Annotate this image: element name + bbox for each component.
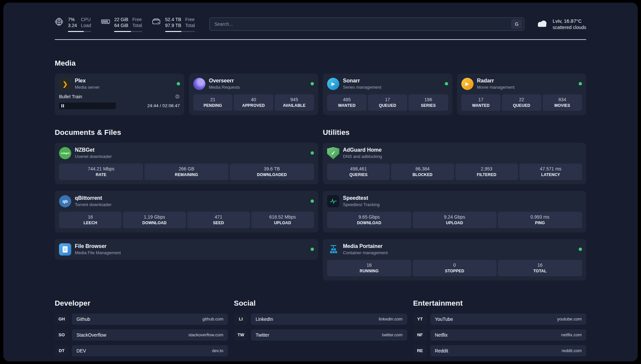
- link-row-youtube[interactable]: YT YouTube youtube.com: [413, 314, 586, 325]
- pause-icon[interactable]: [61, 104, 64, 107]
- stat-value: 196: [410, 97, 447, 102]
- app-subtitle: Container management: [343, 250, 388, 255]
- ram-icon: [101, 17, 110, 26]
- app-card-plex[interactable]: ❯ Plex Media server Bullet Train ⚙: [55, 74, 184, 115]
- stat-label: UPLOAD: [414, 221, 495, 225]
- stat-label: DOWNLOAD: [124, 221, 184, 225]
- stat-tile: 945 AVAILABLE: [275, 94, 314, 111]
- ram-labels: Free Total: [132, 16, 142, 29]
- stats-row: 498,461 QUERIES 86,384 BLOCKED 2,953 FIL…: [327, 164, 582, 180]
- stat-label: STOPPED: [414, 269, 495, 273]
- app-card-portainer[interactable]: Media Portainer Container management 16 …: [323, 239, 586, 281]
- stat-value: 17: [369, 97, 406, 102]
- stat-value: 266 GB: [146, 166, 227, 171]
- app-subtitle: Movie management: [477, 85, 515, 90]
- app-card-adguard[interactable]: ✓ AdGuard Home DNS and adblocking 498,46…: [323, 143, 586, 184]
- gear-icon[interactable]: ⚙: [175, 94, 180, 100]
- link-row-twitter[interactable]: TW Twitter twitter.com: [234, 329, 407, 341]
- app-card-radarr[interactable]: ▶ Radarr Movie management 17 WANTED 22 Q…: [457, 74, 587, 115]
- app-title: NZBGet: [75, 147, 112, 153]
- link-abbr: SO: [55, 329, 69, 341]
- ram-values: 22 GiB 64 GiB: [114, 16, 128, 29]
- nzbget-icon: nzbget: [59, 147, 71, 159]
- playback-time: 24:44 / 02:06:47: [147, 103, 180, 108]
- link-row-stackoverflow[interactable]: SO StackOverflow stackoverflow.com: [55, 329, 228, 341]
- topbar-divider: [55, 39, 586, 40]
- stats-row: 16 LEECH 1.19 Gbps DOWNLOAD 471 SEED 6: [59, 212, 314, 228]
- disk-free: 52.4 TB: [165, 16, 181, 22]
- link-url: dev.to: [212, 348, 223, 353]
- stat-value: 21: [195, 97, 231, 102]
- playback-progress-bar[interactable]: [59, 103, 116, 109]
- app-title: qBittorrent: [75, 195, 111, 201]
- ram-progress-bar: [114, 31, 142, 32]
- stat-label: WANTED: [463, 103, 500, 108]
- app-card-nzbget[interactable]: nzbget NZBGet Usenet downloader 744.21 M…: [55, 143, 318, 184]
- stat-tile: 21 PENDING: [193, 94, 233, 111]
- stats-row: 17 WANTED 22 QUEUED 834 MOVIES: [461, 94, 582, 111]
- stat-value: 39.6 TB: [231, 166, 313, 171]
- cloud-icon: [535, 19, 549, 29]
- stat-tile: 485 WANTED: [327, 94, 367, 111]
- cpu-usage: 7%: [68, 16, 77, 22]
- cpu-metric: 7% 3.24 CPU Load: [55, 16, 91, 32]
- stat-label: AVAILABLE: [276, 103, 313, 108]
- app-title: Radarr: [477, 78, 515, 84]
- link-name: StackOverflow: [76, 332, 106, 338]
- stat-tile: 1.19 Gbps DOWNLOAD: [123, 212, 186, 228]
- stat-value: 618.52 Mbps: [253, 214, 313, 220]
- app-title: Sonarr: [343, 78, 381, 84]
- stat-tile: 16 LEECH: [59, 212, 122, 228]
- stats-row: 485 WANTED 17 QUEUED 196 SERIES: [327, 94, 448, 111]
- stat-tile: 498,461 QUERIES: [327, 164, 390, 180]
- stat-tile: 0.993 ms PING: [498, 212, 582, 228]
- ram-metric: 22 GiB 64 GiB Free Total: [101, 16, 142, 32]
- section-heading-documents: Documents & Files: [55, 128, 318, 137]
- stat-label: SERIES: [410, 103, 447, 108]
- stat-value: 0: [414, 262, 495, 268]
- app-card-overseerr[interactable]: Overseerr Media Requests 21 PENDING 40 A…: [189, 74, 319, 115]
- app-subtitle: Media server: [75, 85, 100, 90]
- stat-tile: 744.21 Mbps RATE: [59, 164, 143, 180]
- stat-value: 945: [276, 97, 313, 102]
- link-row-reddit[interactable]: RE Reddit reddit.com: [413, 345, 586, 356]
- link-row-netflix[interactable]: NF Netflix netflix.com: [413, 329, 586, 341]
- disk-icon: [152, 17, 161, 26]
- stat-value: 22: [503, 97, 540, 102]
- search-input[interactable]: [214, 21, 511, 27]
- link-name: YouTube: [435, 317, 453, 322]
- link-abbr: LI: [234, 314, 248, 325]
- section-heading-social: Social: [234, 299, 407, 308]
- app-subtitle: Usenet downloader: [75, 154, 112, 159]
- disk-label-top: Free: [185, 16, 195, 22]
- link-url: stackoverflow.com: [188, 332, 223, 337]
- filebrowser-icon: [59, 243, 71, 256]
- weather-condition: scattered clouds: [553, 24, 586, 31]
- cpu-chip-icon: [55, 17, 64, 26]
- link-row-github[interactable]: GH Github github.com: [55, 314, 228, 325]
- stats-row: 9.65 Gbps DOWNLOAD 9.24 Gbps UPLOAD 0.99…: [327, 212, 582, 228]
- app-card-speedtest[interactable]: Speedtest Speedtest Tracking 9.65 Gbps D…: [323, 191, 586, 232]
- link-abbr: NF: [413, 329, 427, 341]
- link-row-linkedin[interactable]: LI LinkedIn linkedin.com: [234, 314, 407, 325]
- app-title: Plex: [75, 78, 100, 84]
- status-dot: [311, 82, 314, 85]
- portainer-icon: [327, 243, 339, 256]
- link-abbr: GH: [55, 314, 69, 325]
- section-heading-developer: Developer: [55, 299, 228, 308]
- search-engine-button[interactable]: G: [511, 19, 522, 29]
- stat-tile: 17 WANTED: [461, 94, 501, 111]
- app-card-sonarr[interactable]: ▶ Sonarr Series management 485 WANTED 17…: [323, 74, 452, 115]
- app-card-filebrowser[interactable]: File Browser Media File Management: [55, 239, 318, 260]
- link-url: linkedin.com: [379, 317, 402, 321]
- disk-total: 97.9 TB: [165, 22, 181, 28]
- link-row-dev[interactable]: DT DEV dev.to: [55, 345, 228, 356]
- cpu-labels: CPU Load: [81, 16, 91, 29]
- disk-values: 52.4 TB 97.9 TB: [165, 16, 181, 29]
- app-card-qbittorrent[interactable]: qb qBittorrent Torrent downloader 16 LEE…: [55, 191, 318, 232]
- stat-tile: 22 QUEUED: [502, 94, 541, 111]
- stat-tile: 9.24 Gbps UPLOAD: [412, 212, 497, 228]
- link-url: netflix.com: [561, 332, 582, 337]
- status-dot: [311, 199, 314, 203]
- overseerr-icon: [193, 78, 205, 90]
